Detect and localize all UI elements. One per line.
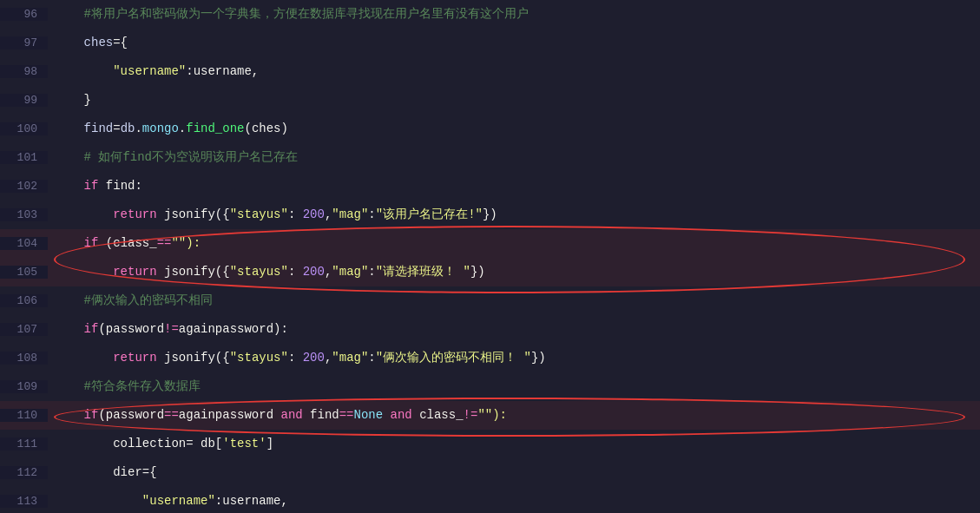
line-number-108: 108 [0, 352, 48, 365]
line-content-99: } [48, 86, 91, 115]
line-content-101: # 如何find不为空说明该用户名已存在 [48, 143, 298, 172]
code-line-107: 107 if(password!=againpassword): [0, 315, 980, 344]
line-content-98: "username":username, [48, 57, 259, 86]
line-number-105: 105 [0, 266, 48, 279]
line-content-106: #俩次输入的密码不相同 [48, 286, 213, 315]
line-content-100: find=db.mongo.find_one(ches) [48, 115, 288, 143]
line-number-107: 107 [0, 323, 48, 336]
line-number-96: 96 [0, 8, 48, 21]
code-line-110: 110 if(password==againpassword and find=… [0, 401, 980, 430]
line-content-97: ches={ [48, 29, 128, 57]
line-content-107: if(password!=againpassword): [48, 315, 288, 344]
code-line-103: 103 return jsonify({"stayus": 200,"mag":… [0, 201, 980, 229]
line-content-102: if find: [48, 172, 142, 201]
line-content-109: #符合条件存入数据库 [48, 372, 201, 401]
code-line-112: 112 dier={ [0, 458, 980, 487]
code-line-99: 99 } [0, 86, 980, 115]
code-line-97: 97 ches={ [0, 29, 980, 57]
code-line-113: 113 "username":username, [0, 487, 980, 513]
line-number-98: 98 [0, 65, 48, 78]
line-number-99: 99 [0, 94, 48, 107]
code-line-104: 104 if (class_==""): [0, 229, 980, 258]
code-body: 96 #将用户名和密码做为一个字典集，方便在数据库寻找现在用户名里有没有这个用户… [0, 0, 980, 513]
line-content-96: #将用户名和密码做为一个字典集，方便在数据库寻找现在用户名里有没有这个用户 [48, 0, 529, 29]
code-line-105: 105 return jsonify({"stayus": 200,"mag":… [0, 258, 980, 286]
line-number-112: 112 [0, 466, 48, 479]
line-number-97: 97 [0, 36, 48, 49]
code-line-101: 101 # 如何find不为空说明该用户名已存在 [0, 143, 980, 172]
code-line-100: 100 find=db.mongo.find_one(ches) [0, 115, 980, 143]
line-content-112: dier={ [48, 458, 157, 487]
line-number-101: 101 [0, 151, 48, 164]
line-content-113: "username":username, [48, 487, 288, 513]
code-line-98: 98 "username":username, [0, 57, 980, 86]
line-content-110: if(password==againpassword and find==Non… [48, 401, 507, 430]
code-line-96: 96 #将用户名和密码做为一个字典集，方便在数据库寻找现在用户名里有没有这个用户 [0, 0, 980, 29]
code-line-106: 106 #俩次输入的密码不相同 [0, 286, 980, 315]
line-content-111: collection= db['test'] [48, 430, 273, 458]
line-content-104: if (class_==""): [48, 229, 201, 258]
code-line-108: 108 return jsonify({"stayus": 200,"mag":… [0, 344, 980, 372]
line-number-111: 111 [0, 437, 48, 451]
line-content-108: return jsonify({"stayus": 200,"mag":"俩次输… [48, 344, 546, 372]
line-number-110: 110 [0, 409, 48, 422]
line-content-103: return jsonify({"stayus": 200,"mag":"该用户… [48, 201, 497, 229]
line-number-113: 113 [0, 495, 48, 508]
code-editor: 96 #将用户名和密码做为一个字典集，方便在数据库寻找现在用户名里有没有这个用户… [0, 0, 980, 513]
code-line-109: 109 #符合条件存入数据库 [0, 372, 980, 401]
line-number-102: 102 [0, 180, 48, 193]
line-content-105: return jsonify({"stayus": 200,"mag":"请选择… [48, 258, 485, 286]
line-number-104: 104 [0, 237, 48, 250]
line-number-103: 103 [0, 208, 48, 221]
line-number-106: 106 [0, 294, 48, 307]
code-line-111: 111 collection= db['test'] [0, 430, 980, 458]
line-number-109: 109 [0, 380, 48, 393]
code-line-102: 102 if find: [0, 172, 980, 201]
line-number-100: 100 [0, 122, 48, 135]
